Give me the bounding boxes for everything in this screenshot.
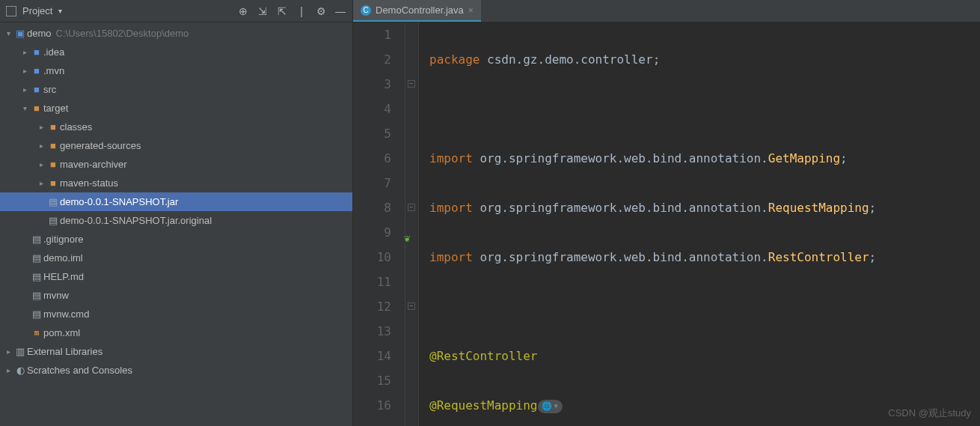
code-text: org.springframework.web.bind.annotation. <box>473 250 768 264</box>
tree-item[interactable]: ■maven-archiver <box>0 155 352 174</box>
line-number: 1 <box>353 22 391 47</box>
line-number: 4 <box>353 97 391 121</box>
tree-item[interactable]: ■src <box>0 80 352 99</box>
tree-item[interactable]: ■classes <box>0 118 352 136</box>
root-path: C:\Users\15802\Desktop\demo <box>56 28 189 39</box>
tree-item-label: classes <box>60 121 92 133</box>
project-sidebar: Project ▾ ⊕ ⇲ ⇱ | ⚙ — ▣ demo C:\Users\15… <box>0 0 353 426</box>
tree-item-label: generated-sources <box>60 140 141 151</box>
project-tree: ▣ demo C:\Users\15802\Desktop\demo ■.ide… <box>0 22 352 426</box>
file-icon: m <box>30 328 43 338</box>
tree-item-label: HELP.md <box>43 271 84 282</box>
tree-item-label: pom.xml <box>43 327 80 338</box>
tree-item-label: demo-0.0.1-SNAPSHOT.jar.original <box>60 215 212 226</box>
external-libraries[interactable]: ▥ External Libraries <box>0 342 352 361</box>
folder-icon: ■ <box>30 46 43 58</box>
code-text: ; <box>869 201 877 215</box>
chevron-right-icon[interactable] <box>3 366 13 374</box>
tab-democontroller[interactable]: C DemoController.java × <box>353 0 481 22</box>
scratches-icon: ◐ <box>13 365 27 376</box>
tree-item-label: demo.iml <box>43 252 83 264</box>
file-icon: ▤ <box>30 290 43 301</box>
fold-marker[interactable]: − <box>408 204 415 211</box>
tab-label: DemoController.java <box>376 4 464 16</box>
tree-item[interactable]: mpom.xml <box>0 323 352 342</box>
chevron-right-icon[interactable] <box>3 347 13 356</box>
tree-item[interactable]: ■generated-sources <box>0 136 352 155</box>
file-icon: ▤ <box>30 308 43 320</box>
sidebar-title: Project <box>22 5 52 16</box>
sidebar-header: Project ▾ ⊕ ⇲ ⇱ | ⚙ — <box>0 0 352 22</box>
file-icon: ▤ <box>30 234 43 245</box>
tree-root[interactable]: ▣ demo C:\Users\15802\Desktop\demo <box>0 24 352 43</box>
keyword: import <box>429 201 473 215</box>
tree-item[interactable]: ■target <box>0 99 352 118</box>
tree-item[interactable]: ▤HELP.md <box>0 267 352 286</box>
code-text: csdn.gz.demo.controller; <box>480 52 660 67</box>
folder-icon: ■ <box>30 65 43 76</box>
tree-item-label: .gitignore <box>43 234 83 245</box>
folder-icon: ■ <box>30 84 43 95</box>
scratches-consoles[interactable]: ◐ Scratches and Consoles <box>0 361 352 380</box>
chevron-down-icon[interactable] <box>3 29 13 37</box>
code-lines[interactable]: package csdn.gz.demo.controller; import … <box>419 22 876 426</box>
folder-icon: ■ <box>30 103 43 114</box>
line-number: 3 <box>353 72 391 97</box>
globe-icon: 🌐 <box>542 394 552 419</box>
gear-icon[interactable]: ⚙ <box>315 5 327 17</box>
tree-item[interactable]: ▤demo-0.0.1-SNAPSHOT.jar <box>0 192 352 211</box>
hide-icon[interactable]: — <box>334 5 346 17</box>
line-number: 7 <box>353 171 391 195</box>
file-icon: ▤ <box>30 271 43 282</box>
file-icon: ▤ <box>46 196 60 207</box>
tree-item[interactable]: ■.idea <box>0 43 352 61</box>
root-name: demo <box>27 28 52 39</box>
file-icon: ▤ <box>46 215 60 226</box>
tree-item[interactable]: ▤mvnw <box>0 286 352 305</box>
tree-item[interactable]: ▤demo-0.0.1-SNAPSHOT.jar.original <box>0 211 352 230</box>
line-number: 10 <box>353 245 391 270</box>
chevron-right-icon[interactable] <box>19 67 30 75</box>
project-selector[interactable]: Project ▾ <box>6 5 62 16</box>
chevron-right-icon[interactable] <box>19 85 30 94</box>
folder-icon: ■ <box>46 140 60 151</box>
java-class-icon: C <box>361 5 371 16</box>
code-editor[interactable]: 12345678910111213141516 − − ❦ − package … <box>353 22 980 426</box>
tree-item[interactable]: ▤mvnw.cmd <box>0 305 352 323</box>
line-number: 14 <box>353 344 391 368</box>
url-mapping-pill[interactable]: 🌐▾ <box>538 400 563 413</box>
keyword: package <box>429 52 480 67</box>
tree-item[interactable]: ■.mvn <box>0 61 352 80</box>
tree-item[interactable]: ▤demo.iml <box>0 249 352 267</box>
class-ref: GetMapping <box>768 151 840 165</box>
chevron-right-icon[interactable] <box>36 179 46 187</box>
watermark: CSDN @观止study <box>888 407 971 420</box>
locate-icon[interactable]: ⊕ <box>237 5 249 17</box>
file-icon: ▤ <box>30 252 43 264</box>
code-text: org.springframework.web.bind.annotation. <box>473 201 768 215</box>
chevron-right-icon[interactable] <box>36 160 46 168</box>
keyword: import <box>429 250 473 264</box>
ext-lib-label: External Libraries <box>27 346 102 357</box>
chevron-right-icon[interactable] <box>19 48 30 56</box>
fold-marker[interactable]: − <box>408 80 415 88</box>
code-text: ; <box>840 151 848 165</box>
fold-marker[interactable]: − <box>408 302 415 310</box>
chevron-right-icon[interactable] <box>36 123 46 131</box>
expand-all-icon[interactable]: ⇲ <box>257 5 269 17</box>
tree-item-label: .idea <box>43 46 64 58</box>
scratches-label: Scratches and Consoles <box>27 365 132 376</box>
module-folder-icon: ▣ <box>13 28 27 39</box>
editor-tabs: C DemoController.java × <box>353 0 980 22</box>
line-number: 2 <box>353 47 391 72</box>
tree-item-label: demo-0.0.1-SNAPSHOT.jar <box>60 196 178 207</box>
tree-item[interactable]: ■maven-status <box>0 174 352 192</box>
close-icon[interactable]: × <box>468 5 474 16</box>
collapse-all-icon[interactable]: ⇱ <box>276 5 288 17</box>
project-window-icon <box>6 6 16 16</box>
tree-item-label: .mvn <box>43 65 64 76</box>
tree-item[interactable]: ▤.gitignore <box>0 230 352 249</box>
chevron-down-icon[interactable] <box>19 104 30 112</box>
chevron-right-icon[interactable] <box>36 142 46 150</box>
line-number: 13 <box>353 319 391 344</box>
